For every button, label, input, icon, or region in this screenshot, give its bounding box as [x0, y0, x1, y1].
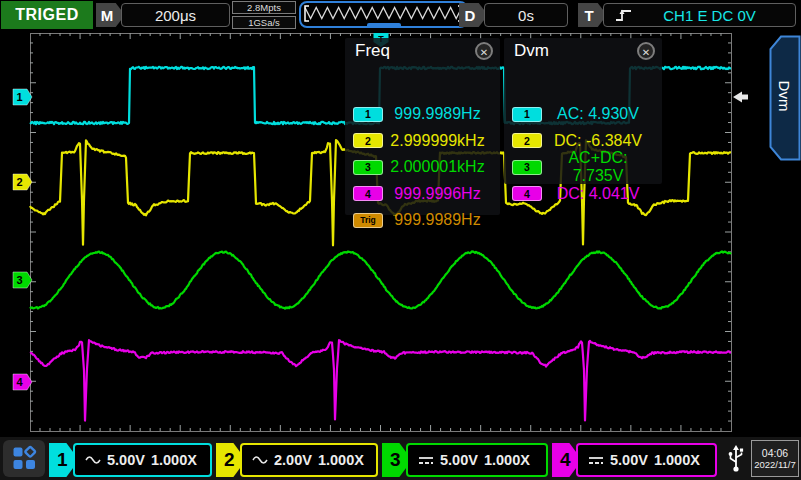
preview-window-handle: [367, 23, 401, 28]
svg-text:3: 3: [16, 274, 22, 286]
clock: 04:06 2022/11/7: [751, 440, 799, 477]
dvm-panel-title: Dvm: [514, 41, 549, 61]
freq-trig-value: 999.9989Hz: [383, 211, 492, 229]
dvm-row-ch3: 3 AC+DC: 7.735V: [504, 154, 662, 181]
channel-2-badge: 2: [353, 133, 383, 148]
channel-1-probe: 1.000X: [151, 452, 197, 468]
dvm-ch1-value: AC: 4.930V: [542, 105, 654, 123]
channel-4-scale: 5.00V: [610, 452, 648, 468]
bottom-channel-bar: 1 5.00V 1.000X 2 2.00V 1.000X 3: [0, 437, 801, 480]
trigger-status: TRIGED: [1, 1, 93, 29]
dvm-ch2-value: DC: -6.384V: [542, 132, 654, 150]
channel-3-badge: 3: [512, 160, 542, 175]
freq-panel-title: Freq: [355, 41, 390, 61]
freq-ch2-value: 2.999999kHz: [383, 132, 492, 150]
channel-4-probe: 1.000X: [654, 452, 700, 468]
freq-ch1-value: 999.9989Hz: [383, 105, 492, 123]
channel-1-scale: 5.00V: [107, 452, 145, 468]
dvm-row-ch4: 4 DC: 4.041V: [504, 181, 662, 208]
memory-depth: 2.8Mpts: [232, 1, 296, 14]
trigger-info: CH1 E DC 0V: [634, 7, 785, 24]
clock-date: 2022/11/7: [754, 459, 796, 470]
menu-grid-icon: [11, 445, 38, 472]
ac-coupling-icon: [85, 455, 101, 465]
dvm-ch3-value: AC+DC: 7.735V: [542, 149, 654, 185]
channel-3-badge: 3: [353, 160, 383, 175]
svg-text:2: 2: [16, 176, 22, 188]
trig-badge: Trig: [353, 213, 383, 228]
sample-rate: 1GSa/s: [232, 16, 296, 29]
freq-row-ch1: 1 999.9989Hz: [345, 101, 500, 128]
timebase-value[interactable]: 200μs: [121, 3, 230, 27]
rising-edge-icon: [614, 5, 634, 25]
svg-text:1: 1: [16, 91, 22, 103]
channel-4-settings[interactable]: 5.00V 1.000X: [576, 443, 717, 477]
close-icon[interactable]: ✕: [475, 42, 493, 60]
freq-row-ch3: 3 2.000001kHz: [345, 154, 500, 181]
trigger-settings[interactable]: CH1 E DC 0V: [603, 3, 796, 27]
dc-coupling-icon: [418, 455, 434, 465]
usb-icon: [726, 443, 746, 474]
freq-ch4-value: 999.9996Hz: [383, 185, 492, 203]
channel-3-settings[interactable]: 5.00V 1.000X: [406, 443, 548, 477]
channel-1-badge: 1: [353, 107, 383, 122]
channel-1-badge: 1: [512, 107, 542, 122]
top-status-bar: TRIGED M 200μs 2.8Mpts 1GSa/s D 0s T CH1…: [0, 0, 801, 30]
channel-3-probe: 1.000X: [484, 452, 530, 468]
freq-row-ch2: 2 2.999999kHz: [345, 128, 500, 155]
clock-time: 04:06: [762, 447, 788, 459]
dvm-panel: Dvm ✕ 1 AC: 4.930V 2 DC: -6.384V 3 AC+DC…: [504, 38, 662, 184]
close-icon[interactable]: ✕: [637, 42, 655, 60]
menu-button[interactable]: [3, 440, 45, 477]
dc-coupling-icon: [588, 455, 604, 465]
dvm-row-ch1: 1 AC: 4.930V: [504, 101, 662, 128]
waveform-preview[interactable]: [299, 1, 468, 28]
freq-row-ch4: 4 999.9996Hz: [345, 181, 500, 208]
dvm-side-tab[interactable]: Dvm: [769, 35, 801, 161]
freq-panel: Freq ✕ 1 999.9989Hz 2 2.999999kHz 3 2.00…: [345, 38, 500, 215]
freq-ch3-value: 2.000001kHz: [383, 158, 492, 176]
dvm-ch4-value: DC: 4.041V: [542, 185, 654, 203]
freq-row-trig: Trig 999.9989Hz: [345, 207, 500, 234]
usb-status: [722, 440, 750, 477]
channel-1-settings[interactable]: 5.00V 1.000X: [73, 443, 212, 477]
channel-3-scale: 5.00V: [440, 452, 478, 468]
oscilloscope-screen: 1234T TRIGED M 200μs 2.8Mpts 1GSa/s D 0s…: [0, 0, 801, 480]
channel-4-badge: 4: [353, 186, 383, 201]
channel-2-scale: 2.00V: [274, 452, 312, 468]
delay-value[interactable]: 0s: [484, 3, 568, 27]
channel-2-badge: 2: [512, 133, 542, 148]
channel-2-probe: 1.000X: [318, 452, 364, 468]
channel-2-settings[interactable]: 2.00V 1.000X: [240, 443, 378, 477]
channel-4-badge: 4: [512, 186, 542, 201]
svg-text:4: 4: [16, 376, 23, 388]
ac-coupling-icon: [252, 455, 268, 465]
dvm-side-tab-label: Dvm: [776, 81, 793, 112]
